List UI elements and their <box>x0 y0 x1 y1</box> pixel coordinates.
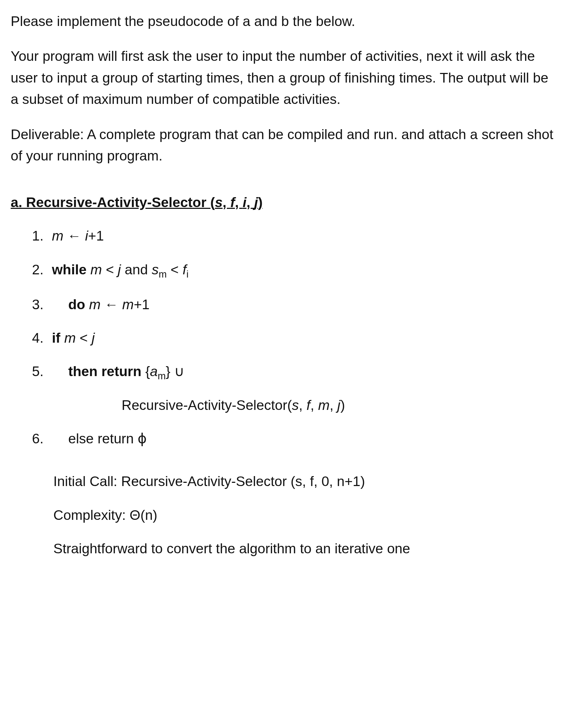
step-5-cup: ∪ <box>174 364 185 379</box>
heading-comma-3: , <box>246 195 254 210</box>
step-2-while: while <box>52 262 90 277</box>
heading-suffix: ) <box>258 195 263 210</box>
step-3-number: 3. <box>32 294 52 315</box>
section-a-heading: a. Recursive-Activity-Selector (s, f, i,… <box>11 192 554 213</box>
step-6-phi: ɸ <box>138 431 147 446</box>
step-5: 5. then return {am} ∪ Recursive-Activity… <box>32 361 554 416</box>
step-3-m1: m <box>89 297 101 312</box>
step-5-lbrace: { <box>145 364 150 379</box>
step-5-then: then return <box>68 364 145 379</box>
step-6-else: else return <box>68 431 138 446</box>
step-1: 1. m ← i+1 <box>32 225 554 247</box>
step-5-sub-m: m <box>157 370 166 381</box>
step-6: 6. else return ɸ <box>32 428 554 449</box>
heading-arg-s: s <box>215 195 223 210</box>
step-2-number: 2. <box>32 259 52 282</box>
heading-comma-2: , <box>235 195 243 210</box>
step-5-recurse-s: s <box>292 397 299 413</box>
intro-paragraph-1: Please implement the pseudocode of a and… <box>11 11 554 32</box>
heading-comma-1: , <box>223 195 230 210</box>
heading-prefix: a. Recursive-Activity-Selector ( <box>11 195 215 210</box>
step-5-number: 5. <box>32 361 52 416</box>
step-6-body: else return ɸ <box>52 428 554 449</box>
step-1-m: m <box>52 228 64 243</box>
step-4-if: if <box>52 330 64 345</box>
step-5-recurse-name: Recursive-Activity-Selector( <box>122 397 292 413</box>
step-1-number: 1. <box>32 225 52 247</box>
step-2-s: s <box>152 262 159 277</box>
notes-block: Initial Call: Recursive-Activity-Selecto… <box>53 471 554 559</box>
step-5-rbrace: } <box>166 364 174 379</box>
intro-paragraph-2: Your program will first ask the user to … <box>11 46 554 110</box>
step-3-m2: m <box>122 297 134 312</box>
complexity-label: Complexity: <box>53 507 130 523</box>
step-2-f: f <box>182 262 186 277</box>
step-5-recurse-f: f <box>306 397 310 413</box>
step-2-sub-i: i <box>186 268 188 279</box>
step-4-body: if m < j <box>52 327 554 349</box>
step-3-rest: +1 <box>134 297 149 312</box>
step-5-recurse-c2: , <box>310 397 318 413</box>
step-2-sub-m: m <box>159 268 167 279</box>
step-5-recurse-line: Recursive-Activity-Selector(s, f, m, j) <box>68 395 554 416</box>
step-2-m: m <box>90 262 102 277</box>
step-5-recurse-c1: , <box>299 397 306 413</box>
step-5-recurse-c3: , <box>330 397 337 413</box>
step-1-i: i <box>85 228 88 243</box>
step-3: 3. do m ← m+1 <box>32 294 554 315</box>
step-6-number: 6. <box>32 428 52 449</box>
step-5-recurse-m: m <box>318 397 330 413</box>
step-4-lt: < <box>76 330 91 345</box>
step-3-body: do m ← m+1 <box>52 294 554 315</box>
step-4-j: j <box>92 330 95 345</box>
complexity-line: Complexity: Θ(n) <box>53 505 554 526</box>
step-1-rest: +1 <box>88 228 104 243</box>
intro-paragraph-3: Deliverable: A complete program that can… <box>11 124 554 167</box>
straightforward-line: Straightforward to convert the algorithm… <box>53 538 554 559</box>
heading-arg-i: i <box>242 195 246 210</box>
step-4: 4. if m < j <box>32 327 554 349</box>
step-2-lt2: < <box>167 262 182 277</box>
step-2-lt1: < <box>102 262 118 277</box>
step-1-arrow: ← <box>64 228 85 243</box>
pseudocode-list: 1. m ← i+1 2. while m < j and sm < fi 3.… <box>32 225 554 449</box>
complexity-value: Θ(n) <box>130 507 157 523</box>
step-2: 2. while m < j and sm < fi <box>32 259 554 282</box>
heading-arg-f: f <box>230 195 235 210</box>
step-5-body: then return {am} ∪ Recursive-Activity-Se… <box>52 361 554 416</box>
heading-arg-j: j <box>254 195 258 210</box>
step-1-body: m ← i+1 <box>52 225 554 247</box>
step-2-body: while m < j and sm < fi <box>52 259 554 282</box>
step-5-a: a <box>150 364 158 379</box>
step-5-recurse-close: ) <box>340 397 345 413</box>
step-2-j: j <box>118 262 121 277</box>
step-3-do: do <box>68 297 89 312</box>
step-3-arrow: ← <box>101 297 122 312</box>
step-2-and: and <box>121 262 152 277</box>
step-4-number: 4. <box>32 327 52 349</box>
initial-call-line: Initial Call: Recursive-Activity-Selecto… <box>53 471 554 492</box>
step-4-m: m <box>64 330 76 345</box>
